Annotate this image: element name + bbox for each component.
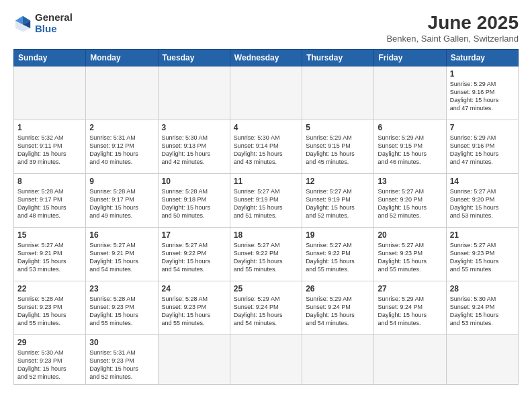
calendar-cell (230, 66, 302, 120)
calendar-cell: 12Sunrise: 5:27 AM Sunset: 9:19 PM Dayli… (302, 174, 374, 228)
day-number: 14 (450, 177, 515, 186)
calendar-day-header: Wednesday (230, 50, 302, 66)
cell-details: Sunrise: 5:29 AM Sunset: 9:15 PM Dayligh… (306, 134, 370, 167)
day-number: 5 (306, 123, 370, 132)
day-number: 21 (450, 230, 515, 240)
cell-details: Sunrise: 5:28 AM Sunset: 9:23 PM Dayligh… (89, 295, 154, 328)
cell-details: Sunrise: 5:32 AM Sunset: 9:11 PM Dayligh… (17, 134, 82, 167)
logo: General Blue (13, 12, 73, 34)
main-title: June 2025 (386, 12, 519, 34)
calendar-cell (374, 66, 446, 120)
calendar-day-header: Monday (86, 50, 158, 66)
calendar-week-row: 22Sunrise: 5:28 AM Sunset: 9:23 PM Dayli… (14, 281, 519, 335)
day-number: 17 (162, 230, 226, 240)
calendar-cell (302, 66, 374, 120)
day-number: 24 (162, 284, 226, 293)
cell-details: Sunrise: 5:27 AM Sunset: 9:21 PM Dayligh… (17, 241, 82, 274)
calendar-day-header: Saturday (446, 50, 518, 66)
calendar-cell: 8Sunrise: 5:28 AM Sunset: 9:17 PM Daylig… (14, 174, 86, 228)
calendar-cell: 2Sunrise: 5:31 AM Sunset: 9:12 PM Daylig… (86, 120, 158, 174)
cell-details: Sunrise: 5:28 AM Sunset: 9:23 PM Dayligh… (162, 295, 226, 328)
calendar-cell: 25Sunrise: 5:29 AM Sunset: 9:24 PM Dayli… (230, 281, 302, 335)
day-number: 19 (306, 230, 370, 240)
calendar-cell: 15Sunrise: 5:27 AM Sunset: 9:21 PM Dayli… (14, 228, 86, 281)
calendar-cell: 6Sunrise: 5:29 AM Sunset: 9:15 PM Daylig… (374, 120, 446, 174)
calendar-cell (230, 335, 302, 385)
day-number: 28 (450, 284, 515, 293)
day-number: 22 (17, 284, 82, 293)
cell-details: Sunrise: 5:27 AM Sunset: 9:22 PM Dayligh… (162, 241, 226, 274)
day-number: 23 (89, 284, 154, 293)
calendar-week-row: 8Sunrise: 5:28 AM Sunset: 9:17 PM Daylig… (14, 174, 519, 228)
calendar-cell: 4Sunrise: 5:30 AM Sunset: 9:14 PM Daylig… (230, 120, 302, 174)
cell-details: Sunrise: 5:27 AM Sunset: 9:20 PM Dayligh… (450, 187, 515, 220)
calendar-cell: 9Sunrise: 5:28 AM Sunset: 9:17 PM Daylig… (86, 174, 158, 228)
calendar-cell (374, 335, 446, 385)
calendar-header-row: SundayMondayTuesdayWednesdayThursdayFrid… (14, 50, 519, 66)
day-number: 1 (450, 69, 515, 79)
day-number: 15 (17, 230, 82, 240)
cell-details: Sunrise: 5:28 AM Sunset: 9:17 PM Dayligh… (17, 187, 82, 220)
subtitle: Benken, Saint Gallen, Switzerland (386, 34, 519, 44)
cell-details: Sunrise: 5:28 AM Sunset: 9:23 PM Dayligh… (17, 295, 82, 328)
day-number: 8 (17, 177, 82, 186)
cell-details: Sunrise: 5:27 AM Sunset: 9:23 PM Dayligh… (378, 241, 442, 274)
calendar-cell: 1Sunrise: 5:32 AM Sunset: 9:11 PM Daylig… (14, 120, 86, 174)
calendar-day-header: Sunday (14, 50, 86, 66)
calendar-cell: 13Sunrise: 5:27 AM Sunset: 9:20 PM Dayli… (374, 174, 446, 228)
calendar-cell: 1Sunrise: 5:29 AM Sunset: 9:16 PM Daylig… (446, 66, 518, 120)
cell-details: Sunrise: 5:27 AM Sunset: 9:19 PM Dayligh… (234, 187, 298, 220)
calendar-day-header: Tuesday (158, 50, 230, 66)
cell-details: Sunrise: 5:29 AM Sunset: 9:15 PM Dayligh… (378, 134, 442, 167)
calendar-table: SundayMondayTuesdayWednesdayThursdayFrid… (13, 49, 519, 385)
calendar-cell: 7Sunrise: 5:29 AM Sunset: 9:16 PM Daylig… (446, 120, 518, 174)
day-number: 6 (378, 123, 442, 132)
day-number: 9 (89, 177, 154, 186)
cell-details: Sunrise: 5:29 AM Sunset: 9:16 PM Dayligh… (450, 134, 515, 167)
calendar-cell (446, 335, 518, 385)
cell-details: Sunrise: 5:31 AM Sunset: 9:12 PM Dayligh… (89, 134, 154, 167)
calendar-cell: 3Sunrise: 5:30 AM Sunset: 9:13 PM Daylig… (158, 120, 230, 174)
calendar-week-row: 15Sunrise: 5:27 AM Sunset: 9:21 PM Dayli… (14, 228, 519, 281)
header: General Blue June 2025 Benken, Saint Gal… (13, 12, 519, 44)
cell-details: Sunrise: 5:29 AM Sunset: 9:16 PM Dayligh… (450, 80, 515, 113)
cell-details: Sunrise: 5:27 AM Sunset: 9:20 PM Dayligh… (378, 187, 442, 220)
day-number: 11 (234, 177, 298, 186)
cell-details: Sunrise: 5:30 AM Sunset: 9:14 PM Dayligh… (234, 134, 298, 167)
cell-details: Sunrise: 5:27 AM Sunset: 9:23 PM Dayligh… (450, 241, 515, 274)
day-number: 10 (162, 177, 226, 186)
calendar-cell: 26Sunrise: 5:29 AM Sunset: 9:24 PM Dayli… (302, 281, 374, 335)
day-number: 29 (17, 338, 82, 347)
cell-details: Sunrise: 5:27 AM Sunset: 9:22 PM Dayligh… (306, 241, 370, 274)
cell-details: Sunrise: 5:31 AM Sunset: 9:23 PM Dayligh… (89, 349, 154, 381)
day-number: 12 (306, 177, 370, 186)
cell-details: Sunrise: 5:27 AM Sunset: 9:19 PM Dayligh… (306, 187, 370, 220)
day-number: 20 (378, 230, 442, 240)
day-number: 25 (234, 284, 298, 293)
calendar-week-row: 1Sunrise: 5:32 AM Sunset: 9:11 PM Daylig… (14, 120, 519, 174)
calendar-cell: 14Sunrise: 5:27 AM Sunset: 9:20 PM Dayli… (446, 174, 518, 228)
day-number: 4 (234, 123, 298, 132)
day-number: 18 (234, 230, 298, 240)
calendar-week-row: 29Sunrise: 5:30 AM Sunset: 9:23 PM Dayli… (14, 335, 519, 385)
calendar-cell: 29Sunrise: 5:30 AM Sunset: 9:23 PM Dayli… (14, 335, 86, 385)
title-block: June 2025 Benken, Saint Gallen, Switzerl… (386, 12, 519, 44)
calendar-cell (14, 66, 86, 120)
calendar-cell (158, 66, 230, 120)
calendar-cell: 19Sunrise: 5:27 AM Sunset: 9:22 PM Dayli… (302, 228, 374, 281)
cell-details: Sunrise: 5:28 AM Sunset: 9:17 PM Dayligh… (89, 187, 154, 220)
cell-details: Sunrise: 5:30 AM Sunset: 9:23 PM Dayligh… (17, 349, 82, 381)
day-number: 7 (450, 123, 515, 132)
calendar-day-header: Thursday (302, 50, 374, 66)
cell-details: Sunrise: 5:29 AM Sunset: 9:24 PM Dayligh… (234, 295, 298, 328)
cell-details: Sunrise: 5:30 AM Sunset: 9:24 PM Dayligh… (450, 295, 515, 328)
calendar-cell: 20Sunrise: 5:27 AM Sunset: 9:23 PM Dayli… (374, 228, 446, 281)
logo-text: General Blue (35, 12, 73, 34)
day-number: 30 (89, 338, 154, 347)
logo-blue-text: Blue (35, 24, 73, 35)
calendar-cell: 18Sunrise: 5:27 AM Sunset: 9:22 PM Dayli… (230, 228, 302, 281)
calendar-cell: 22Sunrise: 5:28 AM Sunset: 9:23 PM Dayli… (14, 281, 86, 335)
day-number: 27 (378, 284, 442, 293)
calendar-cell: 30Sunrise: 5:31 AM Sunset: 9:23 PM Dayli… (86, 335, 158, 385)
calendar-cell (158, 335, 230, 385)
